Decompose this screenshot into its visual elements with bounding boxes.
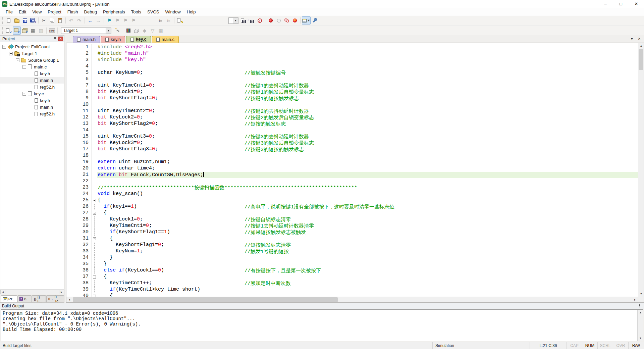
fold-margin[interactable] [92, 261, 97, 267]
code-text[interactable]: if(key1==1)//高电平，说明按键1没有全部被按下，这时要及时清零一些标… [97, 204, 638, 210]
bookmark-toggle-icon[interactable]: ⚑ [105, 16, 113, 24]
code-line[interactable]: 38 KeyTimeCnt1++;//累加定时中断次数 [66, 280, 638, 287]
code-text[interactable]: bit KeyShortFlag2=0;//短按的触发标志 [97, 121, 638, 127]
code-line[interactable]: 16bit KeyLock3=0;//按键3的触发后自锁变量标志 [66, 140, 638, 146]
fold-box-icon[interactable] [93, 276, 96, 279]
line-number[interactable]: 24 [66, 191, 92, 197]
code-text[interactable]: #include <reg52.h> [97, 44, 638, 51]
code-line[interactable]: 19extern uint BuzCnt,num1; [66, 159, 638, 165]
line-number[interactable]: 12 [66, 114, 92, 121]
fold-box-icon[interactable] [93, 199, 96, 202]
undo-icon[interactable]: ↶ [67, 16, 75, 24]
panel-tab-te[interactable]: 0→0 Te... [46, 295, 64, 302]
fold-margin[interactable] [92, 172, 97, 178]
scroll-up-icon[interactable]: ▲ [638, 43, 644, 49]
paste-icon[interactable] [56, 16, 64, 24]
line-number[interactable]: 6 [66, 76, 92, 83]
line-number[interactable]: 4 [66, 63, 92, 70]
close-button[interactable]: ✕ [629, 0, 644, 8]
code-line[interactable]: 37 { [66, 274, 638, 280]
code-text[interactable]: } [97, 261, 638, 267]
menu-debug[interactable]: Debug [81, 9, 100, 15]
save-icon[interactable] [21, 16, 29, 24]
open-file-icon[interactable] [13, 16, 21, 24]
code-line[interactable]: 40 { [66, 293, 638, 297]
code-text[interactable]: KeyLock1=0;//按键自锁标志清零 [97, 216, 638, 223]
line-number[interactable]: 31 [66, 236, 92, 242]
pin-icon[interactable] [638, 304, 641, 308]
line-number[interactable]: 26 [66, 204, 92, 210]
bookmark-next-icon[interactable]: ⚑ [121, 16, 129, 24]
code-text[interactable]: { [97, 197, 638, 204]
code-line[interactable]: 31 { [66, 236, 638, 242]
line-number[interactable]: 21 [66, 172, 92, 178]
pack-installer-icon[interactable]: ▦ [157, 27, 165, 35]
fold-margin[interactable] [92, 236, 97, 242]
tree-item-main-h[interactable]: main.h [0, 77, 64, 84]
menu-edit[interactable]: Edit [16, 9, 29, 15]
document-tab-main-c[interactable]: main.c [152, 36, 179, 43]
fold-margin[interactable] [92, 242, 97, 248]
status-toggle-cap[interactable]: CAP [567, 342, 582, 349]
panel-tab-pr[interactable]: Pr... [1, 295, 17, 302]
maximize-button[interactable]: □ [613, 0, 629, 8]
build-v-scrollbar[interactable]: ▲ ▼ [637, 310, 643, 341]
line-number[interactable]: 29 [66, 223, 92, 229]
line-number[interactable]: 27 [66, 210, 92, 216]
download-icon[interactable]: LOAD [48, 27, 56, 35]
project-h-scrollbar[interactable]: ◄ ► [0, 289, 64, 294]
code-line[interactable]: 35 } [66, 261, 638, 267]
line-number[interactable]: 17 [66, 146, 92, 153]
code-text[interactable]: extern uint BuzCnt,num1; [97, 159, 638, 165]
line-number[interactable]: 35 [66, 261, 92, 267]
chevron-down-icon[interactable]: ▼ [106, 28, 111, 34]
save-all-icon[interactable]: + [29, 16, 37, 24]
fold-margin[interactable] [92, 89, 97, 95]
fold-box-icon[interactable] [93, 212, 96, 215]
tree-item-target-1[interactable]: Target 1 [0, 50, 64, 57]
fold-margin[interactable] [92, 287, 97, 293]
line-number[interactable]: 20 [66, 165, 92, 172]
code-line[interactable]: 3#include "key.h" [66, 57, 638, 63]
code-text[interactable] [97, 76, 638, 83]
line-number[interactable]: 33 [66, 248, 92, 255]
disable-breakpoint-icon[interactable] [275, 16, 283, 24]
line-number[interactable]: 25 [66, 197, 92, 204]
code-line[interactable]: 22 [66, 178, 638, 185]
build-icon[interactable]: ▼ [13, 27, 21, 35]
fold-margin[interactable] [92, 165, 97, 172]
fold-margin[interactable] [92, 280, 97, 287]
tree-item-key-h[interactable]: key.h [0, 97, 64, 104]
fold-margin[interactable] [92, 204, 97, 210]
comment-selection-icon[interactable]: /≡ [157, 16, 165, 24]
options-for-target-icon[interactable] [113, 27, 121, 35]
editor-v-scrollbar[interactable]: ▲ ▼ [638, 43, 644, 297]
line-number[interactable]: 28 [66, 216, 92, 223]
edit-document-icon[interactable]: ✎ [176, 16, 184, 24]
editor-h-scrollbar[interactable]: ◄ ► [66, 297, 638, 302]
fold-margin[interactable] [92, 191, 97, 197]
code-line[interactable]: 33 KeyNum=1;//触发1号键的短按 [66, 248, 638, 255]
code-line[interactable]: 20extern uchar time4; [66, 165, 638, 172]
target-combobox[interactable]: Target 1▼ [61, 28, 111, 34]
code-line[interactable]: 11uint KeyTimeCnt2=0;//按键2的去抖动延时计数器 [66, 108, 638, 114]
code-text[interactable]: } [97, 255, 638, 261]
scroll-left-icon[interactable]: ◄ [66, 297, 72, 303]
incremental-find-icon[interactable]: ↓ [248, 16, 256, 24]
minimize-button[interactable]: – [598, 0, 613, 8]
rebuild-icon[interactable]: ▼ [21, 27, 29, 35]
build-output-log[interactable]: Program Size: data=34.1 xdata=0 code=109… [1, 309, 643, 341]
find-combobox[interactable]: ▼ [228, 17, 238, 24]
fold-margin[interactable] [92, 216, 97, 223]
line-number[interactable]: 40 [66, 293, 92, 297]
tree-expander-icon[interactable] [22, 92, 26, 96]
code-line[interactable]: 6 [66, 76, 638, 83]
code-line[interactable]: 14 [66, 127, 638, 134]
fold-margin[interactable] [92, 293, 97, 297]
fold-margin[interactable] [92, 229, 97, 236]
code-editor[interactable]: 1#include <reg52.h>2#include "main.h"3#i… [66, 43, 644, 303]
code-line[interactable]: 2#include "main.h" [66, 51, 638, 57]
scroll-left-icon[interactable]: ◄ [0, 290, 5, 294]
code-text[interactable]: uint KeyTimeCnt2=0;//按键2的去抖动延时计数器 [97, 108, 638, 114]
fold-margin[interactable] [92, 114, 97, 121]
